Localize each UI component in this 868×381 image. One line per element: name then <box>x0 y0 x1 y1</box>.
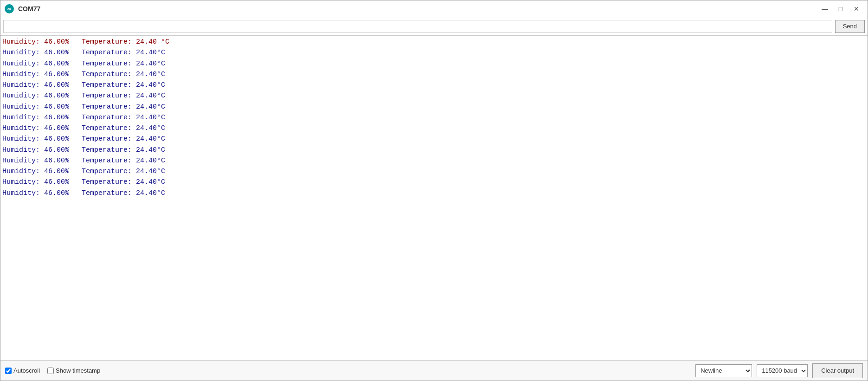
output-line: Humidity: 46.00% Temperature: 24.40°C <box>2 123 866 134</box>
output-line: Humidity: 46.00% Temperature: 24.40°C <box>2 112 866 123</box>
status-right: No line endingNewlineCarriage returnBoth… <box>695 363 863 378</box>
show-timestamp-checkbox[interactable] <box>47 368 54 374</box>
status-bar: Autoscroll Show timestamp No line ending… <box>0 360 868 381</box>
output-line: Humidity: 46.00% Temperature: 24.40°C <box>2 145 866 155</box>
output-line: Humidity: 46.00% Temperature: 24.40°C <box>2 69 866 80</box>
arduino-logo-icon: ∞ <box>4 4 14 14</box>
message-input[interactable] <box>3 20 832 33</box>
maximize-button[interactable]: □ <box>833 2 848 15</box>
show-timestamp-group: Show timestamp <box>47 367 100 374</box>
output-line-partial: Humidity: 46.00% Temperature: 24.40 °C <box>2 37 866 47</box>
send-bar: Send <box>0 17 868 36</box>
output-line: Humidity: 46.00% Temperature: 24.40°C <box>2 80 866 90</box>
autoscroll-checkbox[interactable] <box>5 368 12 374</box>
output-line: Humidity: 46.00% Temperature: 24.40°C <box>2 102 866 112</box>
minimize-button[interactable]: — <box>817 2 832 15</box>
show-timestamp-label[interactable]: Show timestamp <box>47 367 100 374</box>
window-controls: — □ ✕ <box>817 2 864 15</box>
autoscroll-group: Autoscroll <box>5 367 40 374</box>
title-bar: ∞ COM77 — □ ✕ <box>0 0 868 17</box>
main-window: ∞ COM77 — □ ✕ Send Humidity: 46.00% Temp… <box>0 0 868 381</box>
newline-select[interactable]: No line endingNewlineCarriage returnBoth… <box>695 364 752 377</box>
output-line: Humidity: 46.00% Temperature: 24.40°C <box>2 155 866 166</box>
close-button[interactable]: ✕ <box>849 2 864 15</box>
baud-select[interactable]: 300 baud1200 baud2400 baud4800 baud9600 … <box>757 364 808 377</box>
svg-text:∞: ∞ <box>7 6 11 12</box>
serial-output[interactable]: Humidity: 46.00% Temperature: 24.40 °C H… <box>0 36 868 360</box>
output-line: Humidity: 46.00% Temperature: 24.40°C <box>2 177 866 187</box>
output-line: Humidity: 46.00% Temperature: 24.40°C <box>2 188 866 199</box>
output-line: Humidity: 46.00% Temperature: 24.40°C <box>2 166 866 177</box>
output-line: Humidity: 46.00% Temperature: 24.40°C <box>2 58 866 69</box>
output-line: Humidity: 46.00% Temperature: 24.40°C <box>2 47 866 58</box>
send-button[interactable]: Send <box>835 20 865 33</box>
autoscroll-label[interactable]: Autoscroll <box>5 367 40 374</box>
clear-output-button[interactable]: Clear output <box>812 363 863 378</box>
output-line: Humidity: 46.00% Temperature: 24.40°C <box>2 90 866 101</box>
window-title: COM77 <box>18 5 817 13</box>
output-line: Humidity: 46.00% Temperature: 24.40°C <box>2 134 866 144</box>
